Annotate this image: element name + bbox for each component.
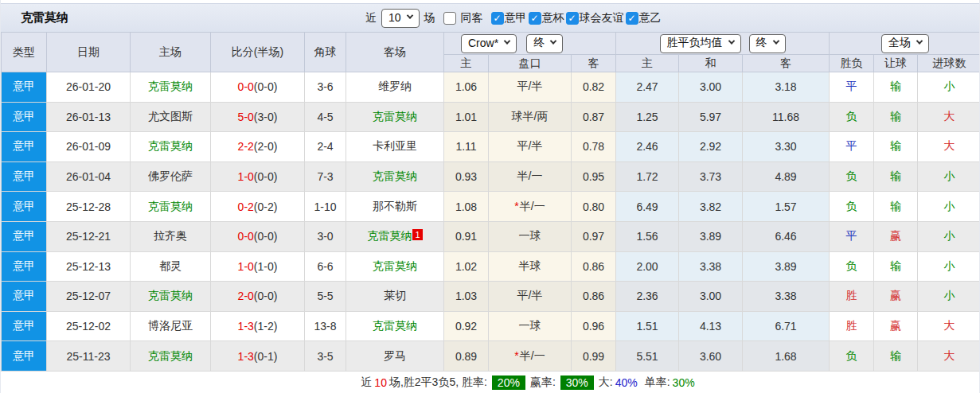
home-team-cell: 佛罗伦萨 bbox=[131, 161, 211, 192]
avg-home-cell: 2.47 bbox=[616, 72, 679, 103]
goals-result-cell: 小 bbox=[918, 72, 980, 103]
league-checkbox-3[interactable]: ✓ bbox=[626, 12, 638, 25]
avg-draw-cell: 3.60 bbox=[679, 341, 743, 372]
recent-count-value: 10 bbox=[388, 11, 401, 24]
score-cell: 2-0(0-0) bbox=[211, 282, 305, 312]
avg-draw-cell: 4.13 bbox=[679, 311, 743, 341]
avg-source-select[interactable]: 胜平负均值 bbox=[660, 34, 741, 53]
league-filter-1: ✓意杯 bbox=[529, 11, 564, 25]
date-cell: 26-01-09 bbox=[47, 132, 131, 162]
subheader-odds-home: 主 bbox=[444, 55, 489, 72]
average-group-header: 胜平负均值 终 bbox=[616, 33, 830, 55]
home-team-cell: 克雷莫纳 bbox=[131, 192, 211, 222]
avg-time-select[interactable]: 终 bbox=[749, 34, 786, 53]
home-team-cell: 克雷莫纳 bbox=[131, 72, 211, 103]
avg-away-cell: 11.68 bbox=[743, 102, 830, 132]
date-cell: 25-11-23 bbox=[47, 341, 131, 372]
chevron-down-icon bbox=[772, 37, 779, 44]
scope-select[interactable]: 全场 bbox=[881, 34, 929, 53]
match-history-table: 类型 日期 主场 比分(半场) 角球 客场 Crow* 终 bbox=[1, 32, 980, 372]
avg-home-cell: 2.46 bbox=[616, 132, 679, 162]
chevron-down-icon bbox=[916, 37, 923, 44]
chevron-down-icon bbox=[504, 37, 510, 44]
goals-result-cell: 大 bbox=[918, 102, 980, 132]
footer-summary: 场,胜2平3负5, 胜率: bbox=[389, 375, 487, 390]
avg-away-cell: 3.18 bbox=[743, 72, 830, 103]
avg-draw-cell: 3.00 bbox=[679, 282, 743, 312]
match-row: 意甲25-12-28克雷莫纳0-2(0-2)1-10那不勒斯1.08*半/一0.… bbox=[2, 192, 980, 222]
goals-result-cell: 大 bbox=[918, 311, 980, 341]
league-cell: 意甲 bbox=[2, 221, 47, 251]
match-row: 意甲25-12-13都灵1-0(1-0)6-6克雷莫纳1.02半球0.862.0… bbox=[2, 251, 980, 282]
header-corners: 角球 bbox=[305, 33, 346, 72]
subheader-avg-home: 主 bbox=[616, 55, 679, 72]
match-row: 意甲26-01-20克雷莫纳0-0(0-0)3-6维罗纳1.06平/半0.822… bbox=[2, 72, 980, 103]
league-cell: 意甲 bbox=[2, 132, 47, 162]
away-odds-cell: 0.78 bbox=[572, 132, 616, 162]
handicap-result-cell: 输 bbox=[874, 251, 918, 282]
home-odds-cell: 1.08 bbox=[444, 192, 489, 222]
home-odds-cell: 0.93 bbox=[444, 161, 489, 192]
header-date: 日期 bbox=[47, 33, 131, 72]
corners-cell: 2-4 bbox=[305, 132, 346, 162]
win-rate-badge: 20% bbox=[492, 375, 525, 390]
league-cell: 意甲 bbox=[2, 192, 47, 222]
away-odds-cell: 0.86 bbox=[572, 251, 616, 282]
odds-time-select[interactable]: 终 bbox=[526, 34, 563, 53]
avg-home-cell: 2.00 bbox=[616, 251, 679, 282]
match-row: 意甲25-12-07克雷莫纳2-0(0-0)5-5莱切1.03平/半0.862.… bbox=[2, 282, 980, 312]
outcome-result-cell: 平 bbox=[830, 132, 874, 162]
home-team-cell: 拉齐奥 bbox=[131, 221, 211, 251]
date-cell: 26-01-13 bbox=[47, 102, 131, 132]
away-team-cell: 克雷莫纳 bbox=[346, 311, 444, 341]
subheader-outcome: 胜负 bbox=[830, 55, 874, 72]
league-checkbox-0[interactable]: ✓ bbox=[491, 12, 504, 25]
team-title: 克雷莫纳 bbox=[21, 10, 68, 25]
handicap-cell: 平/半 bbox=[489, 132, 572, 162]
outcome-result-cell: 平 bbox=[830, 221, 874, 251]
avg-home-cell: 2.36 bbox=[616, 282, 679, 312]
goals-result-cell: 小 bbox=[918, 282, 980, 312]
avg-away-cell: 6.46 bbox=[743, 221, 830, 251]
avg-away-cell: 3.38 bbox=[743, 282, 830, 312]
home-odds-cell: 1.03 bbox=[444, 282, 489, 312]
avg-away-cell: 3.89 bbox=[743, 251, 830, 282]
corners-cell: 5-5 bbox=[305, 282, 346, 312]
handicap-result-cell: 输 bbox=[874, 132, 918, 162]
home-team-cell: 克雷莫纳 bbox=[131, 282, 211, 312]
away-team-cell: 克雷莫纳 bbox=[346, 161, 444, 192]
league-cell: 意甲 bbox=[2, 282, 47, 312]
outcome-result-cell: 胜 bbox=[830, 282, 874, 312]
league-checkbox-2[interactable]: ✓ bbox=[566, 12, 579, 25]
avg-draw-cell: 3.00 bbox=[679, 72, 743, 103]
league-label-1: 意杯 bbox=[542, 11, 564, 25]
goals-result-cell: 小 bbox=[918, 221, 980, 251]
goals-result-cell: 大 bbox=[918, 132, 980, 162]
league-checkbox-1[interactable]: ✓ bbox=[529, 12, 541, 25]
home-odds-cell: 0.91 bbox=[444, 221, 489, 251]
score-cell: 5-0(3-0) bbox=[211, 102, 305, 132]
same-away-checkbox[interactable] bbox=[443, 12, 456, 25]
handicap-result-cell: 输 bbox=[874, 161, 918, 192]
league-label-2: 球会友谊 bbox=[580, 11, 624, 25]
home-odds-cell: 0.92 bbox=[444, 311, 489, 341]
handicap-result-cell: 赢 bbox=[874, 311, 918, 341]
league-cell: 意甲 bbox=[2, 72, 47, 103]
outcome-result-cell: 负 bbox=[830, 251, 874, 282]
handicap-cell: 球半/两 bbox=[489, 102, 572, 132]
goals-result-cell: 小 bbox=[918, 192, 980, 222]
away-odds-cell: 0.86 bbox=[572, 282, 616, 312]
single-label: 单率: bbox=[645, 375, 670, 390]
league-label-0: 意甲 bbox=[505, 11, 527, 25]
handicap-result-cell: 输 bbox=[874, 72, 918, 103]
odds-company-select[interactable]: Crow* bbox=[461, 34, 517, 53]
score-cell: 1-3(1-2) bbox=[211, 311, 305, 341]
score-cell: 0-2(0-2) bbox=[211, 192, 305, 222]
match-row: 意甲25-12-02博洛尼亚1-3(1-2)13-8克雷莫纳0.92一球0.96… bbox=[2, 311, 980, 341]
score-cell: 2-2(2-0) bbox=[211, 132, 305, 162]
handicap-cell: *半/一 bbox=[489, 192, 572, 222]
avg-away-cell: 1.57 bbox=[743, 192, 830, 222]
handicap-cell: 半球 bbox=[489, 251, 572, 282]
recent-count-select[interactable]: 10 bbox=[381, 9, 420, 28]
subheader-handicap-result: 让球 bbox=[874, 55, 918, 72]
